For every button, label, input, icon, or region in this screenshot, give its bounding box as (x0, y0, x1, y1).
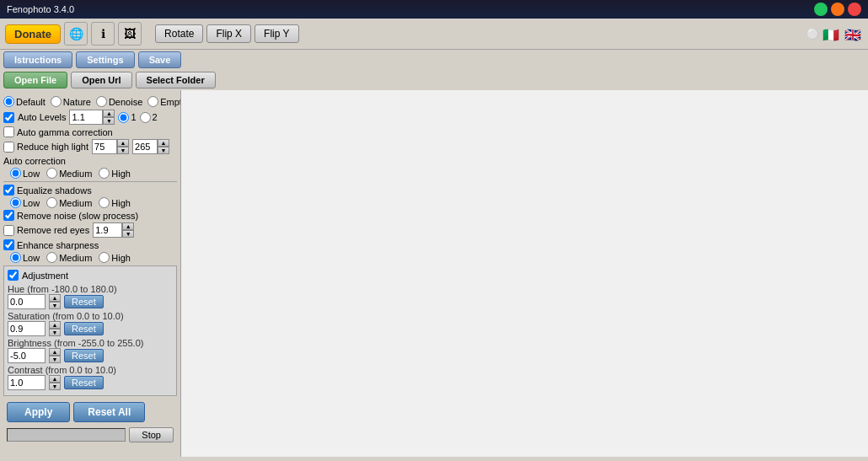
preset-empty[interactable]: Empty (147, 96, 181, 107)
equalize-medium[interactable]: Medium (46, 197, 92, 208)
equalize-shadows-checkbox[interactable] (3, 185, 14, 196)
hue-input[interactable] (8, 294, 46, 309)
auto-levels-checkbox[interactable] (3, 112, 14, 123)
re-up[interactable]: ▲ (122, 222, 134, 230)
flip-y-button[interactable]: Flip Y (255, 24, 298, 43)
globe-button[interactable]: 🌐 (64, 22, 88, 46)
saturation-row: Saturation (from 0.0 to 10.0) ▲ ▼ Reset (8, 311, 173, 336)
nav-bar: Istructions Settings Save (0, 50, 868, 70)
preset-nature-radio[interactable] (51, 96, 62, 107)
settings-button[interactable]: Settings (76, 51, 134, 68)
sat-down[interactable]: ▼ (49, 329, 61, 336)
reset-all-button[interactable]: Reset All (73, 402, 145, 422)
auto-levels-up[interactable]: ▲ (103, 110, 115, 117)
reduce-highlight-checkbox[interactable] (3, 142, 14, 153)
minimize-button[interactable] (831, 3, 844, 16)
rh-down2[interactable]: ▼ (158, 147, 169, 154)
contrast-input[interactable] (8, 375, 46, 390)
auto-gamma-checkbox[interactable] (3, 126, 14, 137)
preset-denoise-radio[interactable] (96, 96, 107, 107)
auto-levels-radio-2[interactable]: 2 (140, 112, 158, 123)
stop-button[interactable]: Stop (129, 427, 174, 442)
enhance-sharpness-checkbox[interactable] (3, 239, 14, 250)
open-file-button[interactable]: Open File (3, 72, 67, 88)
contrast-up[interactable]: ▲ (49, 375, 61, 383)
saturation-reset-button[interactable]: Reset (64, 322, 104, 335)
app-icon: 🖼 (124, 27, 136, 40)
brightness-input[interactable] (8, 348, 46, 363)
hue-up[interactable]: ▲ (49, 294, 61, 302)
sharpness-low[interactable]: Low (10, 252, 40, 263)
donate-button[interactable]: Donate (5, 24, 61, 44)
adjustment-checkbox[interactable] (8, 270, 19, 281)
remove-red-eyes-label[interactable]: Remove red eyes (3, 225, 89, 236)
open-url-button[interactable]: Open Url (71, 72, 131, 88)
bright-down[interactable]: ▼ (49, 356, 61, 363)
re-down[interactable]: ▼ (122, 230, 134, 238)
auto-levels-input[interactable]: 1.1 (69, 110, 103, 125)
equalize-shadows-row: Equalize shadows (3, 185, 177, 196)
saturation-input-row: ▲ ▼ Reset (8, 321, 173, 336)
info-button[interactable]: ℹ (91, 22, 115, 46)
correction-high[interactable]: High (99, 168, 131, 179)
sharpness-medium[interactable]: Medium (46, 252, 92, 263)
preset-default-radio[interactable] (3, 96, 14, 107)
hue-input-row: ▲ ▼ Reset (8, 294, 173, 309)
brightness-input-row: ▲ ▼ Reset (8, 348, 173, 363)
rh-up2[interactable]: ▲ (158, 139, 169, 147)
reduce-highlight-input1[interactable] (92, 139, 117, 154)
app-icon-button[interactable]: 🖼 (118, 22, 142, 46)
contrast-reset-button[interactable]: Reset (64, 376, 104, 389)
rotate-button[interactable]: Rotate (155, 24, 203, 43)
window-controls (814, 3, 861, 16)
close-button[interactable] (848, 3, 861, 16)
red-eyes-input[interactable] (93, 222, 122, 238)
correction-low[interactable]: Low (10, 168, 40, 179)
brightness-label: Brightness (from -255.0 to 255.0) (8, 338, 173, 348)
title-bar: Fenophoto 3.4.0 (0, 0, 868, 19)
rh-down1[interactable]: ▼ (117, 147, 129, 154)
hue-row: Hue (from -180.0 to 180.0) ▲ ▼ Reset (8, 284, 173, 309)
sharpness-high[interactable]: High (99, 252, 131, 263)
apply-button[interactable]: Apply (7, 402, 70, 422)
preset-denoise[interactable]: Denoise (96, 96, 142, 107)
auto-gamma-label[interactable]: Auto gamma correction (3, 126, 113, 137)
adjustment-section: Adjustment Hue (from -180.0 to 180.0) ▲ … (3, 265, 177, 396)
auto-levels-radio-1[interactable]: 1 (118, 112, 136, 123)
brightness-reset-button[interactable]: Reset (64, 349, 104, 362)
preset-default[interactable]: Default (3, 96, 46, 107)
hue-reset-button[interactable]: Reset (64, 295, 104, 308)
equalize-shadows-label[interactable]: Equalize shadows (3, 185, 92, 196)
reduce-highlight-row: Reduce high light ▲ ▼ ▲ ▼ (3, 139, 177, 154)
main-toolbar: Donate 🌐 ℹ 🖼 Rotate Flip X Flip Y ⚪ 🇮🇹 🇬… (0, 19, 868, 50)
enhance-sharpness-row: Enhance sharpness (3, 239, 177, 250)
select-folder-button[interactable]: Select Folder (136, 72, 216, 88)
saturation-input[interactable] (8, 321, 46, 336)
reduce-highlight-label[interactable]: Reduce high light (3, 142, 88, 153)
preset-empty-radio[interactable] (147, 96, 158, 107)
uk-flag[interactable]: 🇬🇧 (844, 27, 863, 40)
auto-correction-label: Auto correction (3, 156, 66, 166)
sat-up[interactable]: ▲ (49, 321, 61, 329)
auto-levels-down[interactable]: ▼ (103, 117, 115, 125)
save-button[interactable]: Save (138, 51, 182, 68)
maximize-button[interactable] (814, 3, 828, 16)
hue-down[interactable]: ▼ (49, 302, 61, 309)
instructions-button[interactable]: Istructions (3, 51, 72, 68)
bright-up[interactable]: ▲ (49, 348, 61, 356)
equalize-high[interactable]: High (99, 197, 131, 208)
contrast-down[interactable]: ▼ (49, 383, 61, 390)
divider1 (3, 181, 177, 182)
remove-noise-label[interactable]: Remove noise (slow process) (3, 210, 138, 221)
rh-up1[interactable]: ▲ (117, 139, 129, 147)
correction-medium[interactable]: Medium (46, 168, 92, 179)
equalize-low[interactable]: Low (10, 197, 40, 208)
remove-red-eyes-checkbox[interactable] (3, 225, 14, 236)
flip-x-button[interactable]: Flip X (206, 24, 251, 43)
italian-flag[interactable]: 🇮🇹 (822, 27, 841, 40)
preset-nature[interactable]: Nature (51, 96, 91, 107)
saturation-label: Saturation (from 0.0 to 10.0) (8, 311, 173, 321)
remove-noise-checkbox[interactable] (3, 210, 14, 221)
enhance-sharpness-label[interactable]: Enhance sharpness (3, 239, 99, 250)
reduce-highlight-input2[interactable] (132, 139, 158, 154)
